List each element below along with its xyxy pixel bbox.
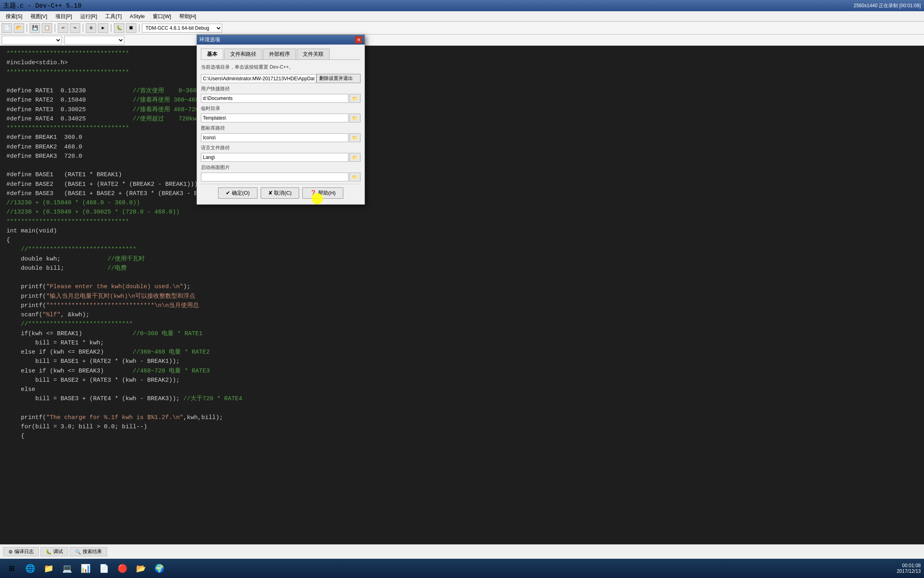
temp-dir-row: 📁: [201, 114, 361, 122]
code-line: scanf("%lf", &kwh);: [6, 310, 918, 320]
ok-button[interactable]: ✔ 确定(O): [218, 187, 257, 199]
clock-time: 00:01:08: [897, 563, 921, 568]
code-editor[interactable]: ********************************** #incl…: [0, 46, 924, 544]
menu-tools[interactable]: 工具[T]: [101, 12, 126, 21]
user-shortcuts-browse-btn[interactable]: 📁: [349, 94, 361, 103]
tab-files-paths[interactable]: 文件和路径: [224, 49, 262, 59]
user-shortcuts-label: 用户快捷路径: [201, 85, 361, 92]
compiler-dropdown[interactable]: TDM-GCC 4.8.1 64-bit Debug: [142, 24, 222, 33]
menu-run[interactable]: 运行[R]: [76, 12, 101, 21]
browser-btn[interactable]: 🌐: [22, 560, 38, 577]
dialog-info-text: 当前选项目录，单击该按钮重置 Dev-C++。: [201, 64, 361, 71]
taskbar-clock: 00:01:08 2017/12/13: [897, 563, 921, 574]
statusbar: ⚙ 编译日志 🐛 调试 🔍 搜索结果: [0, 544, 924, 559]
run-btn[interactable]: ▶: [98, 23, 108, 33]
menu-help[interactable]: 帮助[H]: [175, 12, 201, 21]
icon-path-browse-btn[interactable]: 📁: [349, 133, 361, 142]
chart-btn[interactable]: 📊: [77, 560, 94, 577]
environment-options-dialog: 环境选项 ✕ 基本 文件和路径 外部程序 文件关联 当前选项目录，单击该按钮重置…: [197, 35, 365, 205]
menu-view[interactable]: 视图[V]: [26, 12, 51, 21]
computer-btn[interactable]: 💻: [59, 560, 75, 577]
splash-row: 📁: [201, 173, 361, 181]
temp-dir-input[interactable]: [201, 114, 349, 122]
lang-files-browse-btn[interactable]: 📁: [349, 153, 361, 162]
user-shortcuts-input[interactable]: [201, 94, 349, 103]
menu-window[interactable]: 窗口[W]: [149, 12, 175, 21]
splash-browse-btn[interactable]: 📁: [349, 173, 361, 181]
tab-compile-log[interactable]: ⚙ 编译日志: [3, 547, 39, 556]
code-line: [6, 77, 918, 86]
help-button[interactable]: ❓ 帮助(H): [302, 187, 343, 199]
tab-search[interactable]: 🔍 搜索结果: [70, 547, 107, 556]
code-line: //13230 + (0.15040 * (468.0 - 360.0)): [6, 198, 918, 208]
dialog-titlebar: 环境选项 ✕: [197, 35, 365, 45]
taskbar: ⊞ 🌐 📁 💻 📊 📄 🔴 📂 🌍 00:01:08 2017/12/13: [0, 559, 924, 578]
dialog-close-button[interactable]: ✕: [355, 36, 362, 43]
pdf-btn[interactable]: 📄: [95, 560, 112, 577]
titlebar: 主题.c - Dev-C++ 5.10 2560x1440 正在录制 [00:0…: [0, 0, 924, 11]
debug-icon: 🐛: [46, 549, 52, 555]
icon-path-label: 图标库路径: [201, 125, 361, 132]
tab-file-associations[interactable]: 文件关联: [297, 49, 330, 59]
start-button[interactable]: ⊞: [3, 560, 20, 577]
code-line: printf("The charge for %.1f kwh is $%1.2…: [6, 413, 918, 422]
delete-reset-button[interactable]: 删除设置并退出: [316, 74, 361, 83]
toolbar2: [0, 35, 924, 46]
code-line: #define RATE3 0.30025 //接着再使用 468~720kwh…: [6, 105, 918, 114]
toolbar: 📄 📂 💾 📋 ↩ ↪ ⚙ ▶ 🐛 ⏹ TDM-GCC 4.8.1 64-bit…: [0, 22, 924, 35]
save-all-btn[interactable]: 📋: [42, 23, 52, 33]
tab-basic[interactable]: 基本: [201, 49, 223, 59]
function-dropdown[interactable]: [64, 36, 124, 45]
config-path-input[interactable]: [201, 74, 316, 83]
cancel-button[interactable]: ✘ 取消(C): [261, 187, 300, 199]
web-btn[interactable]: 🌍: [151, 560, 168, 577]
splash-input[interactable]: [201, 173, 349, 181]
menu-project[interactable]: 项目[P]: [51, 12, 76, 21]
compile-log-icon: ⚙: [8, 549, 13, 555]
compile-btn[interactable]: ⚙: [86, 23, 96, 33]
code-line: [6, 161, 918, 170]
save-btn[interactable]: 💾: [30, 23, 40, 33]
titlebar-right: 2560x1440 正在录制 [00:01:08]: [854, 2, 921, 9]
code-line: #define BREAK3 720.0: [6, 152, 918, 161]
code-line: #define BREAK1 360.0: [6, 133, 918, 142]
files-btn[interactable]: 📁: [40, 560, 57, 577]
tab-external-programs[interactable]: 外部程序: [263, 49, 296, 59]
code-line: #define RATE2 0.15040 //接着再使用 360~468kwh…: [6, 96, 918, 105]
temp-dir-browse-btn[interactable]: 📁: [349, 114, 361, 122]
new-btn[interactable]: 📄: [2, 23, 12, 33]
code-line: **********************************: [6, 68, 918, 77]
search-results-label: 搜索结果: [83, 548, 102, 555]
lang-files-input[interactable]: [201, 153, 349, 162]
tab-debug[interactable]: 🐛 调试: [41, 547, 68, 556]
sep4: [111, 24, 111, 32]
code-line: {: [6, 431, 918, 441]
compile-log-label: 编译日志: [14, 548, 34, 555]
folder-btn[interactable]: 📂: [132, 560, 149, 577]
code-line: else: [6, 385, 918, 394]
code-line: #define RATE4 0.34025 //使用超过 720kwh 的费率: [6, 114, 918, 124]
code-line: #define BREAK2 468.0: [6, 142, 918, 152]
sep5: [139, 24, 140, 32]
menu-search[interactable]: 搜索[S]: [2, 12, 26, 21]
record-btn[interactable]: 🔴: [114, 560, 131, 577]
code-line: printf("输入当月总电量千瓦时(kwh)\n可以接收整数型和浮点: [6, 292, 918, 301]
sep2: [55, 24, 55, 32]
code-line: **********************************: [6, 124, 918, 133]
debug-btn[interactable]: 🐛: [114, 23, 124, 33]
search-icon: 🔍: [75, 549, 81, 555]
code-line: //*****************************: [6, 320, 918, 329]
code-line: #include<stdio.h>: [6, 58, 918, 67]
code-line: [6, 273, 918, 282]
stop-btn[interactable]: ⏹: [126, 23, 136, 33]
code-line: if(kwh <= BREAK1) //0~360 电量 * RATE1: [6, 329, 918, 338]
code-line: printf("*****************************\n\…: [6, 301, 918, 310]
open-btn[interactable]: 📂: [14, 23, 24, 33]
scope-dropdown[interactable]: [2, 36, 62, 45]
code-line: double bill; //电费: [6, 264, 918, 273]
menu-astyle[interactable]: AStyle: [126, 12, 149, 20]
icon-path-input[interactable]: [201, 133, 349, 142]
redo-btn[interactable]: ↪: [70, 23, 80, 33]
config-path-row: 删除设置并退出: [201, 74, 361, 83]
undo-btn[interactable]: ↩: [58, 23, 68, 33]
